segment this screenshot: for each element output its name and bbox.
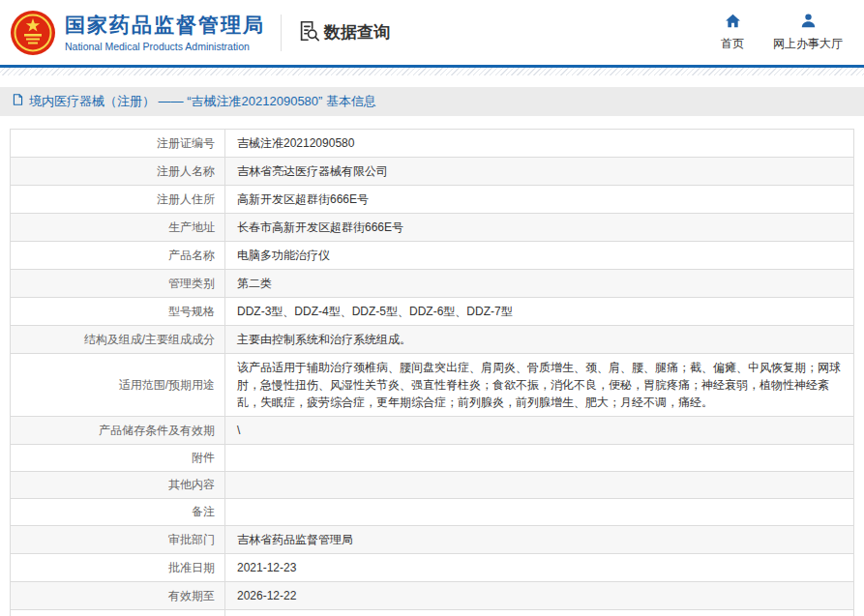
org-name-cn: 国家药品监督管理局 xyxy=(65,13,265,38)
header-nav: 首页 网上办事大厅 xyxy=(721,13,843,52)
row-label: 有效期至 xyxy=(11,582,225,610)
row-label: 批准日期 xyxy=(11,554,225,582)
table-row: 其他内容 xyxy=(11,472,854,499)
table-row: 管理类别第二类 xyxy=(11,270,854,298)
row-label: 注册人住所 xyxy=(11,186,225,214)
row-value: 长春市高新开发区超群街666E号 xyxy=(225,214,854,242)
nav-item-service-hall[interactable]: 网上办事大厅 xyxy=(773,13,843,52)
home-icon xyxy=(725,13,741,36)
org-title-block: 国家药品监督管理局 National Medical Products Admi… xyxy=(65,13,281,51)
row-value: 吉林省药品监督管理局 xyxy=(225,526,854,554)
registration-info-table-wrap: 注册证编号吉械注准20212090580注册人名称吉林省亮达医疗器械有限公司注册… xyxy=(10,129,854,616)
row-value: DDZ-3型、DDZ-4型、DDZ-5型、DDZ-6型、DDZ-7型 xyxy=(225,298,854,326)
row-value: \ xyxy=(225,417,854,445)
table-row: 备注 xyxy=(11,499,854,526)
row-label: 适用范围/预期用途 xyxy=(11,354,225,417)
row-label: 管理类别 xyxy=(11,270,225,298)
hatch-stripe-band xyxy=(0,68,864,75)
row-label: 生产地址 xyxy=(11,214,225,242)
info-table-body: 注册证编号吉械注准20212090580注册人名称吉林省亮达医疗器械有限公司注册… xyxy=(11,130,854,616)
row-label: 其他内容 xyxy=(11,472,225,499)
row-value: 电脑多功能治疗仪 xyxy=(225,242,854,270)
table-row: 注册人住所高新开发区超群街666E号 xyxy=(11,186,854,214)
page-title: 境内医疗器械（注册） —— “吉械注准20212090580” 基本信息 xyxy=(29,93,376,110)
table-row: 批准日期2021-12-23 xyxy=(11,554,854,582)
table-row: 产品储存条件及有效期\ xyxy=(11,417,854,445)
table-row: 变更情况 xyxy=(11,610,854,616)
row-label: 附件 xyxy=(11,445,225,472)
row-value xyxy=(225,499,854,526)
table-row: 有效期至2026-12-22 xyxy=(11,582,854,610)
row-label: 产品名称 xyxy=(11,242,225,270)
row-label: 结构及组成/主要组成成分 xyxy=(11,326,225,354)
row-value: 主要由控制系统和治疗系统组成。 xyxy=(225,326,854,354)
row-value: 吉林省亮达医疗器械有限公司 xyxy=(225,158,854,186)
table-row: 生产地址长春市高新开发区超群街666E号 xyxy=(11,214,854,242)
nmpa-emblem-logo xyxy=(10,10,56,56)
data-query-tab[interactable]: 数据查询 xyxy=(297,19,390,46)
row-value: 吉械注准20212090580 xyxy=(225,130,854,158)
row-value xyxy=(225,472,854,499)
row-value: 2026-12-22 xyxy=(225,582,854,610)
row-value xyxy=(225,445,854,472)
nav-item-label: 首页 xyxy=(721,36,744,52)
document-search-icon xyxy=(297,19,320,46)
row-value: 高新开发区超群街666E号 xyxy=(225,186,854,214)
row-label: 备注 xyxy=(11,499,225,526)
table-row: 产品名称电脑多功能治疗仪 xyxy=(11,242,854,270)
org-name-en: National Medical Products Administration xyxy=(65,41,265,52)
row-value: 2021-12-23 xyxy=(225,554,854,582)
table-row: 附件 xyxy=(11,445,854,472)
row-label: 产品储存条件及有效期 xyxy=(11,417,225,445)
registration-info-table: 注册证编号吉械注准20212090580注册人名称吉林省亮达医疗器械有限公司注册… xyxy=(10,129,854,616)
breadcrumb: 境内医疗器械（注册） —— “吉械注准20212090580” 基本信息 xyxy=(0,87,864,116)
row-value: 该产品适用于辅助治疗颈椎病、腰间盘突出症、肩周炎、骨质增生、颈、肩、腰、腿痛；截… xyxy=(225,354,854,417)
nav-item-home[interactable]: 首页 xyxy=(721,13,744,52)
row-label: 注册人名称 xyxy=(11,158,225,186)
document-icon xyxy=(12,93,29,110)
table-row: 审批部门吉林省药品监督管理局 xyxy=(11,526,854,554)
data-query-label: 数据查询 xyxy=(324,21,390,44)
row-label: 变更情况 xyxy=(11,610,225,616)
user-icon xyxy=(800,13,817,36)
row-value xyxy=(225,610,854,616)
row-label: 型号规格 xyxy=(11,298,225,326)
nav-item-label: 网上办事大厅 xyxy=(773,36,843,52)
row-label: 注册证编号 xyxy=(11,130,225,158)
page-header: 国家药品监督管理局 National Medical Products Admi… xyxy=(0,0,864,65)
table-row: 注册人名称吉林省亮达医疗器械有限公司 xyxy=(11,158,854,186)
table-row: 结构及组成/主要组成成分主要由控制系统和治疗系统组成。 xyxy=(11,326,854,354)
header-divider xyxy=(281,15,282,51)
row-label: 审批部门 xyxy=(11,526,225,554)
row-value: 第二类 xyxy=(225,270,854,298)
table-row: 注册证编号吉械注准20212090580 xyxy=(11,130,854,158)
table-row: 型号规格DDZ-3型、DDZ-4型、DDZ-5型、DDZ-6型、DDZ-7型 xyxy=(11,298,854,326)
table-row: 适用范围/预期用途该产品适用于辅助治疗颈椎病、腰间盘突出症、肩周炎、骨质增生、颈… xyxy=(11,354,854,417)
